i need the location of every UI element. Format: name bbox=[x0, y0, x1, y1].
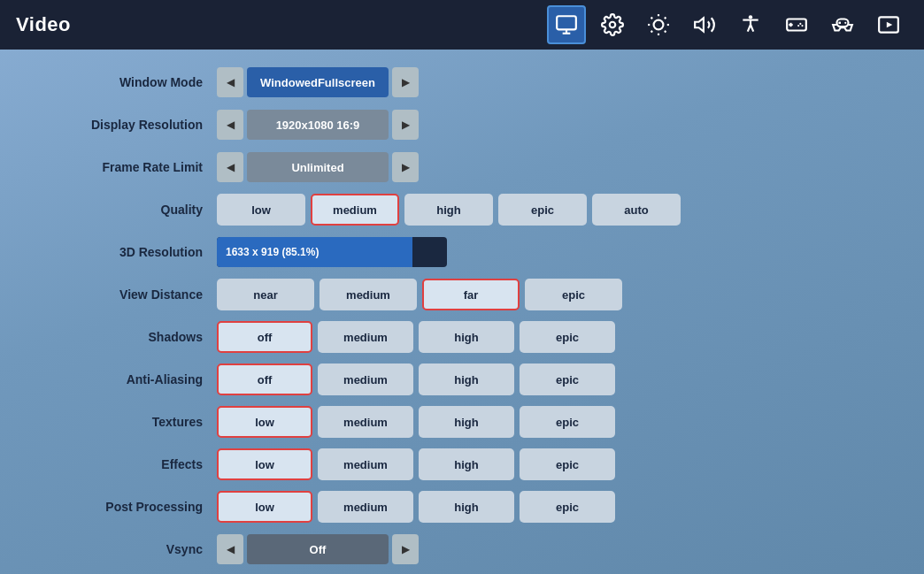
window-mode-next[interactable]: ▶ bbox=[392, 67, 419, 97]
textures-label: Textures bbox=[53, 415, 217, 429]
3d-resolution-bar-bg[interactable]: 1633 x 919 (85.1%) bbox=[217, 237, 447, 267]
shadows-off[interactable]: off bbox=[217, 321, 312, 353]
3d-resolution-row: 3D Resolution 1633 x 919 (85.1%) bbox=[53, 235, 871, 269]
header: Video bbox=[0, 0, 924, 50]
anti-aliasing-high[interactable]: high bbox=[419, 364, 514, 395]
svg-point-18 bbox=[799, 23, 801, 25]
nav-brightness[interactable] bbox=[639, 5, 678, 44]
view-distance-row: View Distance near medium far epic bbox=[53, 278, 871, 311]
window-mode-label: Window Mode bbox=[53, 75, 217, 89]
quality-medium[interactable]: medium bbox=[311, 194, 399, 226]
svg-marker-26 bbox=[887, 22, 893, 28]
frame-rate-next[interactable]: ▶ bbox=[392, 152, 419, 182]
shadows-row: Shadows off medium high epic bbox=[53, 320, 871, 354]
effects-medium[interactable]: medium bbox=[318, 448, 413, 480]
svg-line-8 bbox=[665, 31, 666, 33]
frame-rate-label: Frame Rate Limit bbox=[53, 160, 217, 174]
nav-audio[interactable] bbox=[685, 5, 724, 44]
window-mode-row: Window Mode ◀ WindowedFullscreen ▶ bbox=[53, 65, 871, 99]
post-processing-low[interactable]: low bbox=[217, 491, 312, 523]
shadows-epic[interactable]: epic bbox=[520, 321, 615, 353]
textures-high[interactable]: high bbox=[419, 406, 514, 438]
view-distance-near[interactable]: near bbox=[217, 279, 314, 310]
nav-play[interactable] bbox=[869, 5, 908, 44]
nav-accessibility[interactable] bbox=[731, 5, 770, 44]
3d-resolution-bar-fill: 1633 x 919 (85.1%) bbox=[217, 237, 412, 267]
frame-rate-prev[interactable]: ◀ bbox=[217, 152, 243, 182]
effects-epic[interactable]: epic bbox=[520, 448, 615, 480]
window-mode-control: ◀ WindowedFullscreen ▶ bbox=[217, 67, 419, 97]
vsync-row: Vsync ◀ Off ▶ bbox=[53, 532, 871, 566]
nav-input[interactable] bbox=[777, 5, 816, 44]
display-resolution-prev[interactable]: ◀ bbox=[217, 110, 243, 140]
anti-aliasing-off[interactable]: off bbox=[217, 364, 312, 395]
frame-rate-value: Unlimited bbox=[247, 152, 389, 182]
quality-epic[interactable]: epic bbox=[498, 194, 587, 226]
shadows-medium[interactable]: medium bbox=[318, 321, 413, 353]
effects-row: Effects low medium high epic bbox=[53, 448, 871, 481]
quality-label: Quality bbox=[53, 203, 217, 217]
quality-options: low medium high epic auto bbox=[217, 194, 681, 226]
display-resolution-value: 1920x1080 16:9 bbox=[247, 110, 389, 140]
svg-line-11 bbox=[651, 31, 653, 33]
effects-high[interactable]: high bbox=[419, 448, 514, 480]
textures-row: Textures low medium high epic bbox=[53, 405, 871, 439]
content-area: Window Mode ◀ WindowedFullscreen ▶ Displ… bbox=[0, 50, 924, 574]
svg-point-24 bbox=[844, 22, 846, 24]
anti-aliasing-medium[interactable]: medium bbox=[318, 364, 413, 395]
textures-low[interactable]: low bbox=[217, 406, 312, 438]
display-resolution-label: Display Resolution bbox=[53, 118, 217, 132]
svg-rect-0 bbox=[557, 16, 576, 29]
anti-aliasing-label: Anti-Aliasing bbox=[53, 372, 217, 386]
anti-aliasing-row: Anti-Aliasing off medium high epic bbox=[53, 363, 871, 396]
svg-rect-21 bbox=[837, 19, 849, 27]
quality-low[interactable]: low bbox=[217, 194, 305, 226]
svg-point-19 bbox=[801, 25, 803, 27]
post-processing-medium[interactable]: medium bbox=[318, 491, 413, 523]
shadows-options: off medium high epic bbox=[217, 321, 615, 353]
post-processing-label: Post Processing bbox=[53, 500, 217, 514]
window-mode-prev[interactable]: ◀ bbox=[217, 67, 243, 97]
app-container: Video bbox=[0, 0, 924, 574]
quality-high[interactable]: high bbox=[404, 194, 493, 226]
vsync-label: Vsync bbox=[53, 542, 217, 556]
svg-point-20 bbox=[797, 25, 799, 27]
vsync-value: Off bbox=[247, 534, 389, 564]
view-distance-medium[interactable]: medium bbox=[320, 279, 417, 310]
quality-auto[interactable]: auto bbox=[592, 194, 681, 226]
view-distance-epic[interactable]: epic bbox=[525, 279, 622, 310]
post-processing-row: Post Processing low medium high epic bbox=[53, 490, 871, 524]
nav-gear[interactable] bbox=[593, 5, 632, 44]
textures-options: low medium high epic bbox=[217, 406, 615, 438]
quality-row: Quality low medium high epic auto bbox=[53, 193, 871, 226]
svg-point-4 bbox=[654, 20, 664, 30]
textures-medium[interactable]: medium bbox=[318, 406, 413, 438]
shadows-high[interactable]: high bbox=[419, 321, 514, 353]
vsync-next[interactable]: ▶ bbox=[392, 534, 419, 564]
post-processing-epic[interactable]: epic bbox=[520, 491, 615, 523]
3d-resolution-label: 3D Resolution bbox=[53, 245, 217, 259]
effects-options: low medium high epic bbox=[217, 448, 615, 480]
3d-resolution-value: 1633 x 919 (85.1%) bbox=[226, 246, 319, 258]
textures-epic[interactable]: epic bbox=[520, 406, 615, 438]
page-title: Video bbox=[16, 13, 71, 36]
nav-monitor[interactable] bbox=[547, 5, 586, 44]
effects-low[interactable]: low bbox=[217, 448, 312, 480]
svg-marker-13 bbox=[695, 18, 704, 31]
display-resolution-row: Display Resolution ◀ 1920x1080 16:9 ▶ bbox=[53, 108, 871, 142]
svg-line-12 bbox=[665, 18, 666, 19]
3d-resolution-bar-container: 1633 x 919 (85.1%) bbox=[217, 237, 447, 267]
shadows-label: Shadows bbox=[53, 330, 217, 344]
frame-rate-control: ◀ Unlimited ▶ bbox=[217, 152, 419, 182]
svg-line-7 bbox=[651, 18, 653, 19]
nav-controller[interactable] bbox=[823, 5, 862, 44]
post-processing-high[interactable]: high bbox=[419, 491, 514, 523]
svg-point-14 bbox=[749, 15, 752, 19]
view-distance-label: View Distance bbox=[53, 287, 217, 302]
display-resolution-next[interactable]: ▶ bbox=[392, 110, 419, 140]
anti-aliasing-epic[interactable]: epic bbox=[520, 364, 615, 395]
vsync-prev[interactable]: ◀ bbox=[217, 534, 243, 564]
post-processing-options: low medium high epic bbox=[217, 491, 615, 523]
svg-point-3 bbox=[610, 22, 616, 28]
view-distance-far[interactable]: far bbox=[422, 279, 520, 310]
